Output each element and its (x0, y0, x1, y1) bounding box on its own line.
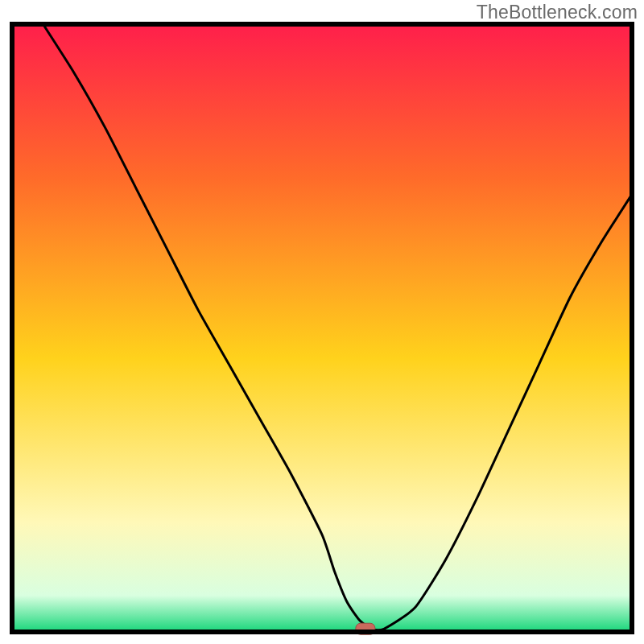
chart-container: TheBottleneck.com (0, 0, 644, 644)
plot-background (12, 24, 632, 632)
bottleneck-chart (0, 0, 644, 644)
watermark-text: TheBottleneck.com (477, 2, 638, 23)
